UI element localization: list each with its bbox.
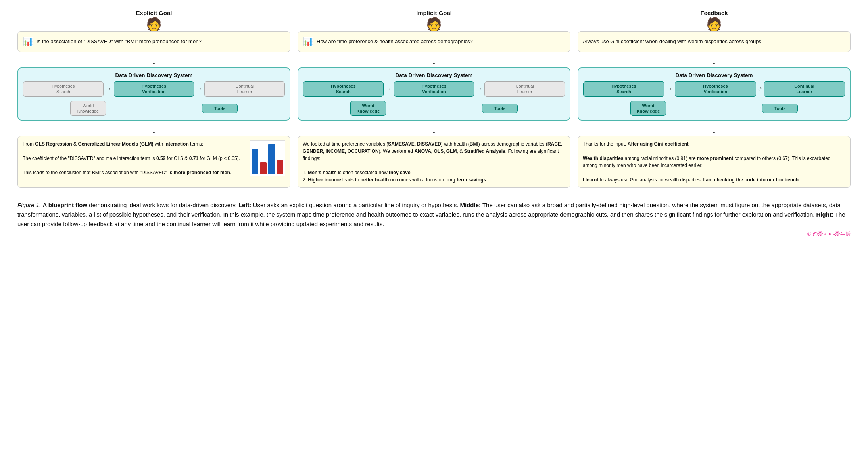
arrow-h-2: → bbox=[196, 86, 203, 92]
arrow-down-right-1: ↓ bbox=[578, 56, 851, 67]
output-content-left: From OLS Regression & Generalized Linear… bbox=[23, 140, 285, 176]
system-title-middle: Data Driven Discovery System bbox=[303, 72, 565, 78]
arrow-down-mid-1: ↓ bbox=[298, 56, 570, 67]
nodes-area-left: HypothesesSearch → HypothesesVerificatio… bbox=[23, 81, 285, 116]
person-row-left: 🧑 bbox=[17, 18, 290, 31]
caption-middle: Middle: bbox=[460, 202, 481, 208]
panel-middle: Implicit Goal 🧑 📊 How are time preferenc… bbox=[298, 10, 570, 188]
nodes-top-right: HypothesesSearch → HypothesesVerificatio… bbox=[583, 81, 845, 97]
node-world-mid: WorldKnowledge bbox=[350, 101, 386, 116]
output-box-right: Thanks for the input. After using Gini-c… bbox=[578, 136, 851, 188]
figure-container: Explicit Goal 🧑 📊 Is the association of … bbox=[17, 10, 851, 238]
output-text-middle: We looked at time preference variables (… bbox=[303, 140, 565, 183]
arrow-h-right-1: → bbox=[666, 86, 673, 92]
panel-right: Feedback 🧑 Always use Gini coefficient w… bbox=[578, 10, 851, 188]
node-continual-left: ContinualLearner bbox=[204, 81, 285, 97]
goal-label-left: Explicit Goal bbox=[17, 10, 290, 16]
bar-chart-left bbox=[250, 140, 285, 176]
bar-3 bbox=[268, 144, 275, 174]
caption-left: Left: bbox=[238, 202, 252, 208]
node-tools-mid: Tools bbox=[482, 104, 518, 113]
arrow-down-right-2: ↓ bbox=[578, 125, 851, 135]
output-text-left: From OLS Regression & Generalized Linear… bbox=[23, 140, 246, 176]
system-title-left: Data Driven Discovery System bbox=[23, 72, 285, 78]
figure-caption: Figure 1. A blueprint flow demonstrating… bbox=[17, 200, 851, 229]
person-icon-right: 🧑 bbox=[706, 18, 722, 31]
bar-4 bbox=[277, 160, 283, 174]
node-hyp-search-right: HypothesesSearch bbox=[583, 81, 664, 97]
output-text-right: Thanks for the input. After using Gini-c… bbox=[583, 140, 845, 183]
input-text-middle: How are time preference & health associa… bbox=[317, 38, 473, 45]
nodes-top-middle: HypothesesSearch → HypothesesVerificatio… bbox=[303, 81, 565, 97]
nodes-area-right: HypothesesSearch → HypothesesVerificatio… bbox=[583, 81, 845, 116]
panel-left: Explicit Goal 🧑 📊 Is the association of … bbox=[17, 10, 290, 188]
node-hyp-verify-mid: HypothesesVerification bbox=[394, 81, 474, 97]
node-continual-right: ContinualLearner bbox=[764, 81, 845, 97]
back-arrow-right: ⇄ bbox=[758, 86, 762, 92]
system-box-left: Data Driven Discovery System HypothesesS… bbox=[17, 67, 290, 121]
node-hyp-search-left: HypothesesSearch bbox=[23, 81, 104, 97]
caption-right: Right: bbox=[816, 211, 833, 218]
panels-row: Explicit Goal 🧑 📊 Is the association of … bbox=[17, 10, 851, 188]
system-title-right: Data Driven Discovery System bbox=[583, 72, 845, 78]
system-box-right: Data Driven Discovery System HypothesesS… bbox=[578, 67, 851, 121]
caption-blueprint: A blueprint flow bbox=[42, 202, 87, 208]
node-tools-left: Tools bbox=[202, 104, 238, 113]
node-continual-mid: ContinualLearner bbox=[484, 81, 565, 97]
arrow-h-mid-2: → bbox=[476, 86, 483, 92]
node-world-right: WorldKnowledge bbox=[630, 101, 666, 116]
node-hyp-search-mid: HypothesesSearch bbox=[303, 81, 384, 97]
node-hyp-verify-left: HypothesesVerification bbox=[114, 81, 194, 97]
nodes-area-middle: HypothesesSearch → HypothesesVerificatio… bbox=[303, 81, 565, 116]
nodes-top-left: HypothesesSearch → HypothesesVerificatio… bbox=[23, 81, 285, 97]
input-box-right: Always use Gini coefficient when dealing… bbox=[578, 31, 851, 52]
goal-label-middle: Implicit Goal bbox=[298, 10, 570, 16]
person-row-middle: 🧑 bbox=[298, 18, 570, 31]
bar-2 bbox=[260, 162, 267, 174]
input-box-left: 📊 Is the association of "DISSAVED" with … bbox=[17, 31, 290, 52]
node-hyp-verify-right: HypothesesVerification bbox=[675, 81, 756, 97]
arrow-h-1: → bbox=[105, 86, 112, 92]
nodes-bottom-right: WorldKnowledge Tools bbox=[583, 101, 845, 116]
node-world-left: WorldKnowledge bbox=[70, 101, 106, 116]
output-box-middle: We looked at time preference variables (… bbox=[298, 136, 570, 188]
arrow-h-mid-1: → bbox=[385, 86, 392, 92]
data-icon-middle: 📊 bbox=[303, 37, 313, 47]
data-icon-left: 📊 bbox=[23, 37, 33, 47]
figure-label: Figure 1. bbox=[17, 202, 41, 208]
person-icon-left: 🧑 bbox=[146, 18, 162, 31]
goal-label-right: Feedback bbox=[578, 10, 851, 16]
watermark: © @爱可可-爱生活 bbox=[17, 231, 851, 238]
nodes-bottom-middle: WorldKnowledge Tools bbox=[303, 101, 565, 116]
person-icon-middle: 🧑 bbox=[426, 18, 442, 31]
bar-1 bbox=[252, 149, 258, 174]
arrow-down-left-1: ↓ bbox=[17, 56, 290, 67]
input-box-middle: 📊 How are time preference & health assoc… bbox=[298, 31, 570, 52]
output-box-left: From OLS Regression & Generalized Linear… bbox=[17, 136, 290, 188]
person-row-right: 🧑 bbox=[578, 18, 851, 31]
nodes-bottom-left: WorldKnowledge Tools bbox=[23, 101, 285, 116]
input-text-left: Is the association of "DISSAVED" with "B… bbox=[36, 38, 202, 45]
arrow-down-left-2: ↓ bbox=[17, 125, 290, 135]
node-tools-right: Tools bbox=[762, 104, 798, 113]
system-box-middle: Data Driven Discovery System HypothesesS… bbox=[298, 67, 570, 121]
arrow-down-mid-2: ↓ bbox=[298, 125, 570, 135]
input-text-right: Always use Gini coefficient when dealing… bbox=[583, 38, 763, 45]
